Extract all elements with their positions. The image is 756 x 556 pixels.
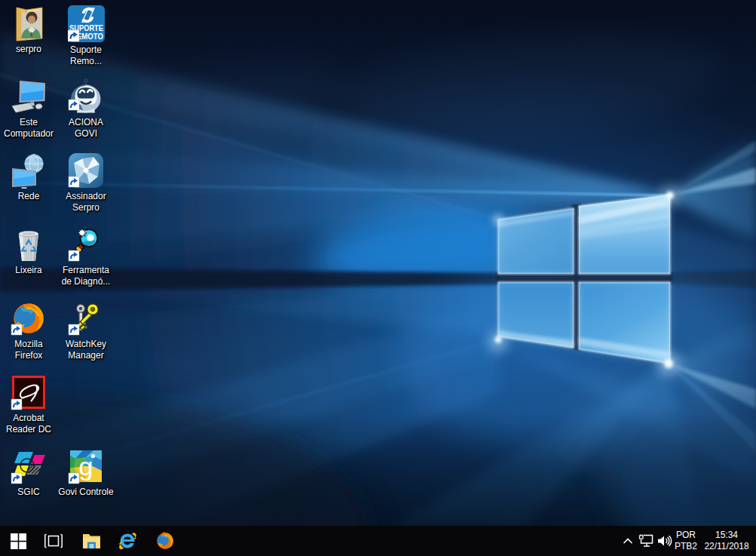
svg-text:g: g (79, 452, 93, 481)
